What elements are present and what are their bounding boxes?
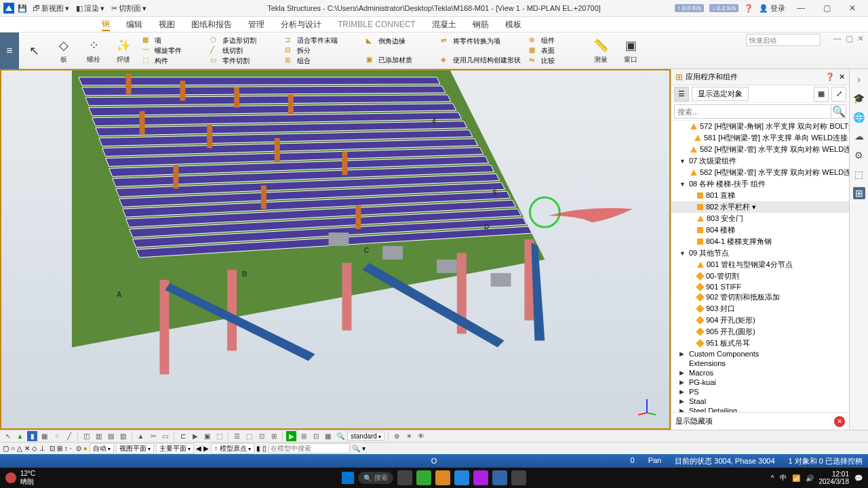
- ribbon-close-icon[interactable]: ✕: [857, 34, 864, 43]
- tree-row[interactable]: 00-管切割: [671, 270, 849, 282]
- spiral-part-button[interactable]: 〰螺旋零件: [142, 46, 182, 56]
- component-button[interactable]: ⬚构件: [142, 56, 182, 66]
- fit-part-button[interactable]: ⊐适合零件末端: [285, 36, 338, 45]
- render-dropdown[interactable]: ◧ 渲染 ▾: [73, 3, 107, 14]
- box-icon[interactable]: ⬚: [853, 168, 865, 180]
- tree-row[interactable]: 904 开孔(矩形): [671, 314, 849, 326]
- chamfer-button[interactable]: ◣倒角边缘: [366, 37, 412, 46]
- taskbar-app-4[interactable]: [454, 470, 469, 485]
- menu-analysis[interactable]: 分析与设计: [281, 19, 321, 30]
- tray-ime-icon[interactable]: 中: [780, 473, 787, 483]
- taskbar-app-1[interactable]: [397, 470, 412, 485]
- tray-wifi-icon[interactable]: 📶: [792, 474, 800, 482]
- standard-dropdown[interactable]: standard: [347, 432, 384, 441]
- menu-edit[interactable]: 编辑: [126, 19, 142, 30]
- tree-row[interactable]: 572 [H型钢梁-角钢] 水平支撑 双向对称 BOLT连接: [671, 121, 849, 132]
- slab-tool[interactable]: ◇板: [49, 36, 79, 66]
- tree-row[interactable]: 901 STIFF: [671, 282, 849, 291]
- tree-row[interactable]: 582 [H型钢梁-管] 水平支撑 双向对称 WELD连接: [671, 144, 849, 155]
- surface-button[interactable]: ▦表面: [529, 46, 555, 56]
- clip-plane-dropdown[interactable]: ✂ 切割面 ▾: [108, 3, 149, 14]
- chevron-right-icon[interactable]: ›: [853, 73, 865, 85]
- footer-close-icon[interactable]: ✕: [834, 416, 845, 427]
- ribbon-min-icon[interactable]: —: [833, 34, 842, 43]
- tri-icon[interactable]: ▲: [15, 431, 25, 441]
- fill-icon[interactable]: ▮: [27, 431, 37, 441]
- menu-manage[interactable]: 管理: [248, 19, 264, 30]
- minimize-button[interactable]: —: [791, 1, 811, 15]
- window-tool[interactable]: ▣窗口: [616, 36, 646, 66]
- tree-row[interactable]: ▶PS: [671, 387, 849, 396]
- 3d-viewport[interactable]: 4 5 A B C D: [0, 69, 671, 430]
- line-icon[interactable]: ╱: [64, 431, 74, 441]
- tree-row[interactable]: 801 直梯: [671, 190, 849, 201]
- convert-part-button[interactable]: ⇄将零件转换为项: [441, 37, 521, 46]
- taskbar-app-5[interactable]: [473, 470, 488, 485]
- hamburger-button[interactable]: ≡: [0, 33, 19, 69]
- taskbar-search[interactable]: 🔍 搜索: [358, 472, 393, 484]
- tree-row[interactable]: ▼08 各种 楼梯-扶手 组件: [671, 178, 849, 190]
- notifications-icon[interactable]: 💬: [854, 474, 863, 482]
- tray-chevron-icon[interactable]: ^: [771, 474, 774, 482]
- create-shape-button[interactable]: ◈使用几何结构创建形状: [441, 56, 521, 65]
- search-icon[interactable]: 🔍: [831, 104, 846, 119]
- component-tree[interactable]: 572 [H型钢梁-角钢] 水平支撑 双向对称 BOLT连接581 [H型钢梁-…: [671, 121, 849, 412]
- taskbar-clock[interactable]: 12:012024/3/18: [819, 470, 850, 485]
- poly-cut-button[interactable]: ⬠多边形切割: [210, 36, 256, 45]
- main-plane-dropdown[interactable]: 主要平面: [156, 443, 194, 454]
- panel-help-icon[interactable]: ❓: [825, 73, 835, 81]
- model-search-input[interactable]: [269, 443, 350, 453]
- added-material-button[interactable]: ▣已添加材质: [366, 56, 412, 65]
- component-search-input[interactable]: [674, 104, 831, 119]
- tree-row[interactable]: 905 开孔(圆形): [671, 326, 849, 338]
- menu-drawings[interactable]: 图纸和报告: [191, 19, 232, 30]
- menu-template[interactable]: 模板: [505, 19, 521, 30]
- tree-row[interactable]: 804-1 楼梯支撑角钢: [671, 236, 849, 247]
- measure-tool[interactable]: 📏测量: [586, 36, 616, 66]
- cursor-tool[interactable]: ↖: [19, 41, 49, 60]
- weld-tool[interactable]: ✨焊缝: [108, 36, 138, 66]
- list-view-button[interactable]: ☰: [674, 87, 689, 102]
- compare-button[interactable]: ⇋比较: [529, 56, 555, 66]
- tree-row[interactable]: 804 楼梯: [671, 224, 849, 236]
- tree-row[interactable]: 581 [H型钢梁-管] 水平支撑 单向 WELD连接: [671, 132, 849, 144]
- tree-row[interactable]: 903 封口: [671, 303, 849, 314]
- tree-row[interactable]: ▶PG-kuai: [671, 378, 849, 387]
- tree-row[interactable]: ▶Steel Detailing: [671, 406, 849, 412]
- model-search-icon[interactable]: 🔍: [352, 445, 360, 452]
- show-hidden-label[interactable]: 显示隐藏项: [675, 416, 713, 426]
- cursor-icon[interactable]: ↖: [3, 431, 13, 441]
- tree-row[interactable]: ▶Macros: [671, 368, 849, 378]
- maximize-button[interactable]: ▢: [816, 1, 837, 15]
- tree-row[interactable]: 951 板式吊耳: [671, 338, 849, 349]
- split-button[interactable]: ⊟拆分: [285, 46, 338, 56]
- taskbar-app-7[interactable]: [511, 470, 526, 485]
- tree-row[interactable]: 582 [H型钢梁-管] 水平支撑 双向对称 WELD连接: [671, 167, 849, 178]
- model-origin-dropdown[interactable]: ↕ 模型原点: [211, 443, 254, 454]
- quick-search-input[interactable]: [746, 34, 821, 46]
- tree-row[interactable]: 803 安全门: [671, 213, 849, 224]
- auto-dropdown[interactable]: 自动: [90, 443, 114, 454]
- menu-rebar[interactable]: 钢筋: [473, 19, 489, 30]
- combine-button[interactable]: ⊞组合: [285, 56, 338, 66]
- taskbar-app-6[interactable]: [492, 470, 507, 485]
- new-view-dropdown[interactable]: 🗗 新视图 ▾: [30, 3, 72, 14]
- bolt-tool[interactable]: ⁘螺栓: [79, 36, 108, 66]
- grid-view-button[interactable]: ▦: [814, 87, 829, 102]
- part-cut-button[interactable]: ▭零件切割: [210, 56, 256, 66]
- ribbon-max-icon[interactable]: ▢: [846, 34, 853, 43]
- collapse-button[interactable]: ⤢: [831, 87, 846, 102]
- tree-row[interactable]: ▼07 次级梁组件: [671, 155, 849, 167]
- item-button[interactable]: ▦项: [142, 36, 182, 45]
- panel-close-icon[interactable]: ✕: [839, 73, 845, 81]
- menu-trimble[interactable]: TRIMBLE CONNECT: [338, 20, 416, 29]
- menu-view[interactable]: 视图: [159, 19, 175, 30]
- menu-concrete[interactable]: 混凝土: [432, 19, 456, 30]
- grid-icon[interactable]: ▦: [39, 431, 50, 441]
- tree-row[interactable]: 902 管切割和抵板添加: [671, 291, 849, 303]
- weight-button[interactable]: ⊕组件: [529, 36, 555, 45]
- taskbar-app-2[interactable]: [416, 470, 431, 485]
- start-button[interactable]: [342, 472, 354, 484]
- settings-icon[interactable]: ⚙: [853, 149, 865, 161]
- line-cut-button[interactable]: ╱线切割: [210, 46, 256, 56]
